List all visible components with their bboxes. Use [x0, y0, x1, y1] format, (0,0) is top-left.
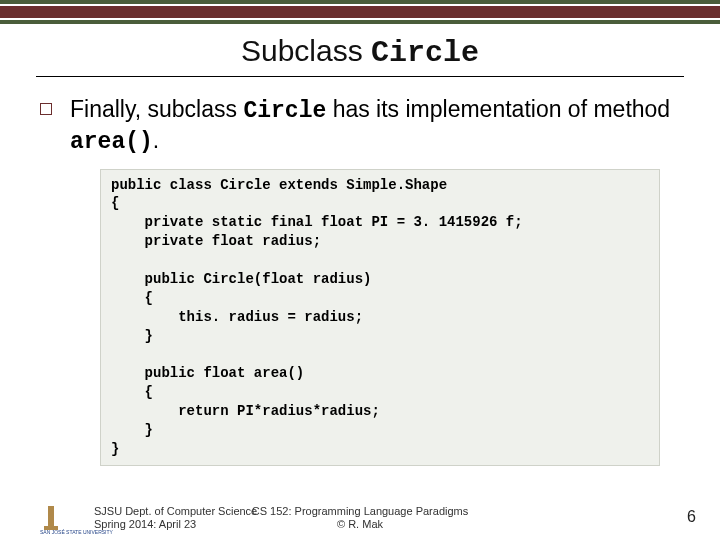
slide-title-wrap: Subclass Circle: [0, 34, 720, 70]
footer-center: CS 152: Programming Language Paradigms ©…: [0, 505, 720, 533]
slide-title-mono: Circle: [371, 36, 479, 70]
bullet-part1: Finally, subclass: [70, 96, 243, 122]
bullet-icon: [40, 103, 52, 115]
bullet-part2: has its implementation of method: [326, 96, 670, 122]
page-number: 6: [687, 508, 696, 526]
footer-center-line2: © R. Mak: [0, 518, 720, 532]
bullet-mono1: Circle: [243, 98, 326, 124]
code-block: public class Circle extends Simple.Shape…: [100, 169, 660, 466]
bullet-mono2: area(): [70, 129, 153, 155]
top-accent-bars: [0, 0, 720, 24]
accent-bar-green-2: [0, 20, 720, 24]
footer-center-line1: CS 152: Programming Language Paradigms: [0, 505, 720, 519]
slide-title-plain: Subclass: [241, 34, 371, 67]
bullet-text: Finally, subclass Circle has its impleme…: [70, 95, 680, 157]
slide-title: Subclass Circle: [241, 34, 479, 67]
slide-body: Finally, subclass Circle has its impleme…: [40, 95, 680, 466]
title-underline: [36, 76, 684, 77]
bullet-row: Finally, subclass Circle has its impleme…: [40, 95, 680, 157]
accent-bar-maroon: [0, 6, 720, 18]
bullet-part3: .: [153, 127, 159, 153]
